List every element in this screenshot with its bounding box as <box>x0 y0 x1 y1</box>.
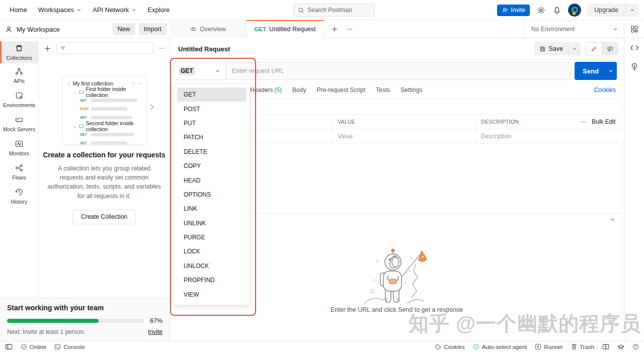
training-cap-icon[interactable] <box>617 344 624 350</box>
comment-icon[interactable] <box>602 43 617 55</box>
add-collection-icon[interactable] <box>44 45 51 52</box>
method-option-put[interactable]: PUT <box>174 116 250 130</box>
upgrade-button[interactable]: Upgrade <box>587 4 639 17</box>
method-option-patch[interactable]: PATCH <box>174 130 250 144</box>
sidebar-item-collections[interactable]: Collections <box>0 41 38 63</box>
tab-headers-label: Headers <box>250 86 273 94</box>
console-button[interactable]: Console <box>54 343 85 350</box>
sidebar-item-history[interactable]: History <box>0 184 38 208</box>
create-collection-button[interactable]: Create Collection <box>72 210 136 224</box>
environment-quick-look-icon[interactable] <box>624 20 644 38</box>
tree-folder-row[interactable]: ⌄ Second folder inside collection <box>67 122 142 130</box>
workspace-name[interactable]: My Workspace <box>17 26 60 33</box>
method-badge: POST <box>80 107 89 111</box>
cookies-link[interactable]: Cookies <box>594 86 616 94</box>
tab-body[interactable]: Body <box>292 86 306 94</box>
sidebar-item-apis[interactable]: APIs <box>0 63 38 87</box>
edit-pencil-icon[interactable] <box>586 43 602 55</box>
nav-explore[interactable]: Explore <box>142 3 175 17</box>
environments-icon <box>15 91 24 100</box>
help-icon[interactable] <box>632 343 639 350</box>
value-cell[interactable]: Value <box>333 129 476 143</box>
team-banner-title: Start working with your team <box>7 304 163 312</box>
method-option-delete[interactable]: DELETE <box>174 145 250 159</box>
method-option-options[interactable]: OPTIONS <box>174 188 250 202</box>
collections-more-icon[interactable] <box>158 45 166 52</box>
online-status[interactable]: Online <box>21 343 46 350</box>
row-spacer <box>592 129 624 143</box>
nav-home[interactable]: Home <box>4 3 33 17</box>
auto-select-agent-button[interactable]: Auto-select agent <box>473 343 527 350</box>
more-icon: ⋯ <box>137 81 142 86</box>
nav-workspaces[interactable]: Workspaces <box>33 3 87 17</box>
request-url-input[interactable] <box>226 67 571 74</box>
nav-workspaces-label: Workspaces <box>38 6 74 14</box>
runner-label: Runner <box>544 344 563 350</box>
method-option-lock[interactable]: LOCK <box>174 244 250 258</box>
method-option-unlink[interactable]: UNLINK <box>174 216 250 230</box>
sidebar-toggle-icon[interactable] <box>5 343 13 350</box>
method-option-purge[interactable]: PURGE <box>174 230 250 244</box>
save-options-chevron-icon[interactable] <box>569 46 581 51</box>
cookies-button[interactable]: Cookies <box>435 343 465 350</box>
nav-api-network[interactable]: API Network <box>87 3 142 17</box>
notifications-bell-icon[interactable] <box>552 5 562 15</box>
method-option-propfind[interactable]: PROPFIND <box>174 273 250 287</box>
status-bar: Online Console Cookies Auto-select agent… <box>0 341 644 352</box>
progress-bar <box>7 319 144 323</box>
sidebar-item-environments[interactable]: Environments <box>0 87 38 112</box>
invite-link[interactable]: Invite <box>148 328 163 335</box>
collapse-response-chevron-icon[interactable] <box>609 216 616 223</box>
method-option-head[interactable]: HEAD <box>174 173 250 187</box>
description-cell[interactable]: Description <box>476 129 575 143</box>
add-tab-icon[interactable] <box>331 26 338 33</box>
bulk-edit-button[interactable]: Bulk Edit <box>592 115 624 129</box>
top-nav-right: Invite Upgrade <box>497 0 639 20</box>
method-option-link[interactable]: LINK <box>174 202 250 216</box>
tab-settings[interactable]: Settings <box>400 86 422 94</box>
new-button[interactable]: New <box>113 23 135 35</box>
send-label: Send <box>575 67 605 75</box>
collections-icon <box>15 44 24 53</box>
tab-options-icon[interactable] <box>346 26 353 33</box>
sidebar-item-flows[interactable]: Flows <box>0 160 38 184</box>
workspace-tab-bar: My Workspace New Import Overview GET Unt… <box>0 20 644 38</box>
column-options-icon[interactable] <box>575 115 592 129</box>
tree-request-row[interactable]: GET <box>67 139 142 147</box>
method-option-get[interactable]: GET <box>177 87 247 102</box>
chevron-down-icon <box>131 8 136 13</box>
send-button[interactable]: Send <box>575 62 617 80</box>
invite-button[interactable]: Invite <box>497 5 530 16</box>
send-options-chevron-icon[interactable] <box>605 68 617 73</box>
expand-panel-chevron-icon[interactable] <box>149 104 155 111</box>
sidebar-item-mock-servers[interactable]: Mock Servers <box>0 112 38 136</box>
search-input[interactable] <box>307 7 363 14</box>
method-option-unlock[interactable]: UNLOCK <box>174 259 250 273</box>
environment-selector[interactable]: No Environment <box>524 20 644 38</box>
tab-prerequest-script[interactable]: Pre-request Script <box>316 86 365 94</box>
method-option-view[interactable]: VIEW <box>174 287 250 301</box>
settings-gear-icon[interactable] <box>536 5 546 15</box>
trash-button[interactable]: Trash <box>571 343 594 350</box>
global-search[interactable] <box>293 4 375 17</box>
sidebar-item-monitors[interactable]: Monitors <box>0 136 38 160</box>
lightbulb-icon[interactable] <box>630 62 638 71</box>
method-option-copy[interactable]: COPY <box>174 159 250 173</box>
code-snippet-icon[interactable] <box>630 44 639 51</box>
import-button[interactable]: Import <box>139 23 167 35</box>
tab-headers[interactable]: Headers(5) <box>250 86 282 94</box>
user-avatar[interactable] <box>568 4 581 17</box>
collections-filter-input[interactable] <box>56 42 153 54</box>
method-selector[interactable]: GET <box>174 62 225 79</box>
tree-request-row[interactable]: POST <box>67 105 142 113</box>
method-option-post[interactable]: POST <box>174 102 250 116</box>
runner-button[interactable]: Runner <box>535 343 563 350</box>
chevron-down-icon[interactable] <box>626 8 639 13</box>
two-pane-view-icon[interactable] <box>602 343 609 350</box>
tab-untitled-request[interactable]: GET Untitled Request <box>247 20 324 38</box>
tree-folder-row[interactable]: ⌄ First folder inside collection <box>67 87 142 96</box>
request-title[interactable]: Untitled Request <box>178 45 230 53</box>
save-button[interactable]: Save <box>534 42 581 55</box>
tab-overview[interactable]: Overview <box>170 20 247 38</box>
tab-tests[interactable]: Tests <box>376 86 390 94</box>
